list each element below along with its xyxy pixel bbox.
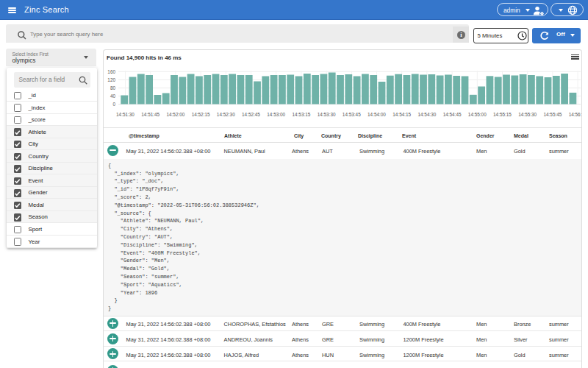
svg-text:14:52:00: 14:52:00 xyxy=(166,112,184,117)
svg-text:160: 160 xyxy=(107,69,115,74)
svg-text:14:54:30: 14:54:30 xyxy=(417,112,436,117)
svg-text:14:52:45: 14:52:45 xyxy=(242,112,260,117)
svg-text:14:55:15: 14:55:15 xyxy=(493,112,512,117)
svg-text:14:55:00: 14:55:00 xyxy=(468,112,487,117)
svg-text:14:56:00: 14:56:00 xyxy=(569,112,581,117)
svg-text:80: 80 xyxy=(110,85,116,91)
svg-text:14:55:45: 14:55:45 xyxy=(543,112,562,117)
svg-text:14:52:15: 14:52:15 xyxy=(192,112,210,117)
svg-text:14:54:15: 14:54:15 xyxy=(392,112,411,117)
svg-text:14:52:30: 14:52:30 xyxy=(217,112,235,117)
svg-text:14:53:15: 14:53:15 xyxy=(292,112,310,117)
svg-text:40: 40 xyxy=(110,93,116,99)
svg-text:14:54:45: 14:54:45 xyxy=(443,112,462,117)
svg-text:14:54:00: 14:54:00 xyxy=(368,112,386,117)
svg-text:0: 0 xyxy=(112,102,115,107)
svg-text:14:51:30: 14:51:30 xyxy=(116,112,135,117)
svg-text:14:53:30: 14:53:30 xyxy=(318,112,336,117)
svg-text:14:55:30: 14:55:30 xyxy=(518,112,537,117)
svg-text:14:53:45: 14:53:45 xyxy=(343,112,361,117)
svg-text:14:53:00: 14:53:00 xyxy=(267,112,285,117)
svg-text:120: 120 xyxy=(107,77,115,82)
svg-text:14:51:45: 14:51:45 xyxy=(141,112,159,117)
